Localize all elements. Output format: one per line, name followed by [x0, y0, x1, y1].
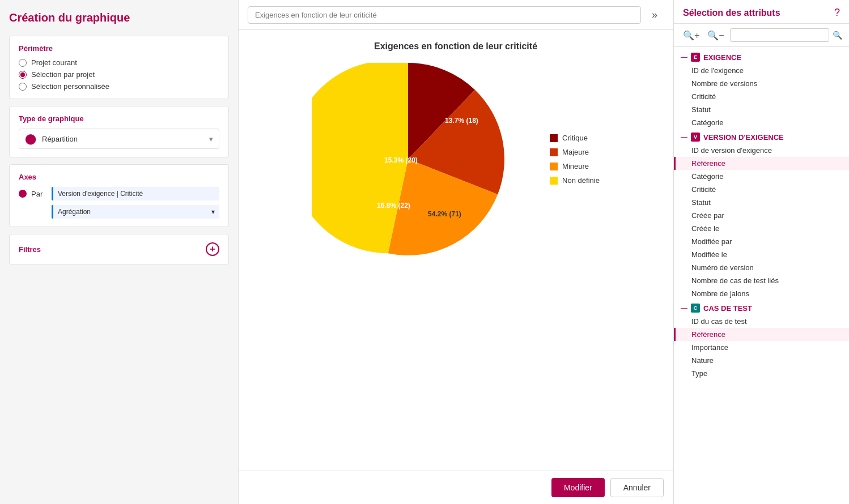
- axis-aggregation-select[interactable]: Agrégation ▾: [52, 205, 219, 219]
- legend-item-mineure: Mineure: [550, 162, 600, 170]
- collapse-icon-cas-test: —: [681, 304, 687, 312]
- radio-item-selection-projet[interactable]: Sélection par projet: [19, 70, 219, 79]
- attr-cas-test-type[interactable]: Type: [674, 367, 849, 380]
- group-name-cas-test: CAS DE TEST: [703, 304, 752, 313]
- collapse-icon-exigence: —: [681, 53, 687, 61]
- legend-label-majeure: Majeure: [562, 148, 589, 156]
- legend-label-mineure: Mineure: [562, 162, 589, 170]
- perimeter-label: Périmètre: [19, 44, 219, 53]
- attr-version-modifiee-par[interactable]: Modifiée par: [674, 235, 849, 248]
- attr-version-criticite[interactable]: Criticité: [674, 183, 849, 196]
- attr-version-statut[interactable]: Statut: [674, 196, 849, 209]
- group-icon-exigence: E: [691, 53, 700, 62]
- radio-projet-courant[interactable]: [19, 59, 27, 67]
- axis-aggregation-row: Agrégation ▾: [19, 205, 219, 219]
- add-filter-button[interactable]: +: [206, 242, 219, 256]
- attr-version-modifiee-le[interactable]: Modifiée le: [674, 248, 849, 261]
- perimeter-section: Périmètre Projet courant Sélection par p…: [9, 36, 229, 99]
- label-non-definie: 54.2% (71): [428, 210, 461, 218]
- type-value: Répartition: [42, 135, 203, 143]
- group-name-version: VERSION D'EXIGENCE: [703, 133, 784, 142]
- attr-version-creee-le[interactable]: Créée le: [674, 222, 849, 235]
- filters-label: Filtres: [19, 245, 41, 254]
- zoom-out-button[interactable]: 🔍−: [705, 29, 726, 42]
- axes-section: Axes Par Version d'exigence | Criticité …: [9, 164, 229, 227]
- attribute-list: — E EXIGENCE ID de l'exigence Nombre de …: [674, 47, 849, 504]
- radio-label-projet-courant: Projet courant: [31, 58, 77, 67]
- attr-version-nb-cas-test[interactable]: Nombre de cas de test liés: [674, 274, 849, 287]
- legend-color-critique: [550, 134, 558, 142]
- attr-exigence-statut[interactable]: Statut: [674, 103, 849, 116]
- radio-selection-perso[interactable]: [19, 83, 27, 91]
- attribute-search-input[interactable]: [730, 28, 829, 42]
- legend-color-mineure: [550, 163, 558, 170]
- legend-item-critique: Critique: [550, 134, 600, 142]
- attr-version-id[interactable]: ID de version d'exigence: [674, 144, 849, 157]
- chart-search-input[interactable]: [248, 6, 641, 24]
- attr-cas-test-reference[interactable]: Référence: [674, 328, 849, 341]
- axes-label: Axes: [19, 173, 219, 181]
- type-section: Type de graphique ⬤ Répartition ▾: [9, 106, 229, 157]
- type-label: Type de graphique: [19, 114, 219, 123]
- radio-label-selection-projet: Sélection par projet: [31, 70, 95, 79]
- attr-cas-test-importance[interactable]: Importance: [674, 341, 849, 354]
- center-header: »: [239, 0, 673, 30]
- radio-item-selection-perso[interactable]: Sélection personnalisée: [19, 82, 219, 91]
- attr-exigence-versions[interactable]: Nombre de versions: [674, 77, 849, 90]
- pie-labels-overlay: 13.7% (18) 15.3% (20) 16.8% (22) 54.2% (…: [334, 63, 527, 255]
- left-panel: Création du graphique Périmètre Projet c…: [0, 0, 238, 504]
- axis-aggregation-value: Agrégation: [58, 208, 91, 216]
- search-icon-button[interactable]: 🔍: [833, 31, 842, 40]
- chevron-down-icon-agg: ▾: [211, 208, 215, 216]
- group-icon-version: V: [691, 133, 700, 142]
- type-select[interactable]: ⬤ Répartition ▾: [19, 129, 219, 149]
- expand-button[interactable]: »: [646, 6, 664, 24]
- zoom-in-button[interactable]: 🔍+: [681, 29, 702, 42]
- axes-container: Par Version d'exigence | Criticité Agrég…: [19, 187, 219, 219]
- attr-exigence-id[interactable]: ID de l'exigence: [674, 64, 849, 77]
- group-header-exigence[interactable]: — E EXIGENCE: [674, 49, 849, 64]
- group-name-exigence: EXIGENCE: [703, 53, 741, 62]
- axis-par-label: Par: [31, 190, 47, 198]
- attr-cas-test-nature[interactable]: Nature: [674, 354, 849, 367]
- chevron-down-icon: ▾: [209, 135, 213, 143]
- center-footer: Modifier Annuler: [239, 471, 673, 504]
- chart-container: 13.7% (18) 15.3% (20) 16.8% (22) 54.2% (…: [250, 63, 661, 255]
- collapse-icon-version: —: [681, 133, 687, 141]
- attr-version-numero[interactable]: Numéro de version: [674, 261, 849, 274]
- attr-version-reference[interactable]: Référence: [674, 157, 849, 170]
- right-panel: Sélection des attributs ? 🔍+ 🔍− 🔍 — E EX…: [673, 0, 849, 504]
- help-icon[interactable]: ?: [834, 7, 840, 19]
- center-panel: » Exigences en fonction de leur criticit…: [238, 0, 673, 504]
- legend-color-majeure: [550, 148, 558, 156]
- attr-version-nb-jalons[interactable]: Nombre de jalons: [674, 287, 849, 300]
- page-title: Création du graphique: [9, 11, 229, 24]
- axis-par-dot: [19, 190, 27, 198]
- chart-legend: Critique Majeure Mineure Non définie: [550, 134, 600, 185]
- attr-exigence-criticite[interactable]: Criticité: [674, 90, 849, 103]
- group-header-cas-test[interactable]: — C CAS DE TEST: [674, 300, 849, 315]
- legend-item-non-definie: Non définie: [550, 176, 600, 185]
- right-panel-title: Sélection des attributs: [683, 8, 780, 18]
- search-tools: 🔍+ 🔍− 🔍: [674, 24, 849, 47]
- perimeter-radio-group: Projet courant Sélection par projet Séle…: [19, 58, 219, 91]
- pie-icon: ⬤: [25, 133, 36, 145]
- attr-exigence-categorie[interactable]: Catégorie: [674, 116, 849, 129]
- radio-selection-projet[interactable]: [19, 71, 27, 79]
- chart-area: Exigences en fonction de leur criticité …: [239, 30, 673, 471]
- group-header-version-exigence[interactable]: — V VERSION D'EXIGENCE: [674, 129, 849, 144]
- label-mineure: 16.8% (22): [377, 202, 410, 210]
- filters-row: Filtres +: [19, 242, 219, 256]
- filters-section: Filtres +: [9, 234, 229, 264]
- label-majeure: 15.3% (20): [384, 156, 418, 164]
- legend-item-majeure: Majeure: [550, 148, 600, 156]
- label-critique: 13.7% (18): [445, 117, 478, 125]
- attr-version-creee-par[interactable]: Créée par: [674, 209, 849, 222]
- modifier-button[interactable]: Modifier: [551, 478, 605, 497]
- annuler-button[interactable]: Annuler: [610, 478, 664, 497]
- axis-par-input[interactable]: Version d'exigence | Criticité: [52, 187, 219, 200]
- attr-version-categorie[interactable]: Catégorie: [674, 170, 849, 183]
- radio-item-projet-courant[interactable]: Projet courant: [19, 58, 219, 67]
- attr-cas-test-id[interactable]: ID du cas de test: [674, 315, 849, 328]
- chart-title: Exigences en fonction de leur criticité: [374, 41, 537, 52]
